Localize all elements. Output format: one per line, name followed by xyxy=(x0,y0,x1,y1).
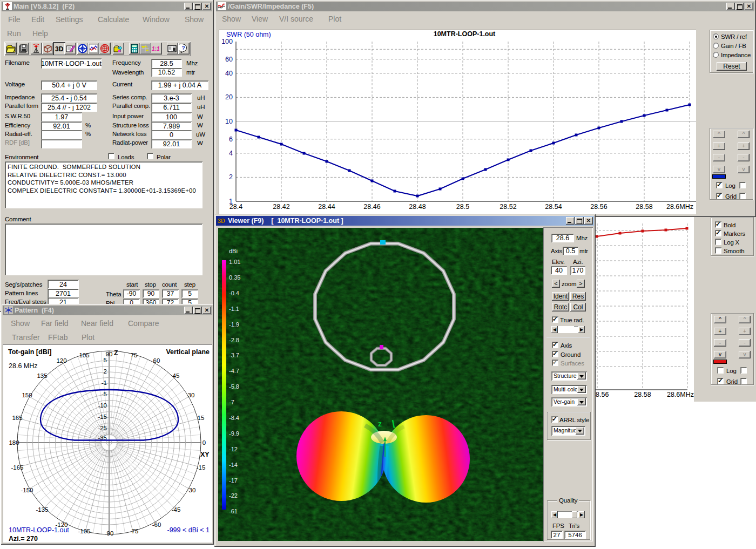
svg-text:3D: 3D xyxy=(218,218,225,224)
svg-text:z: z xyxy=(378,419,382,428)
svg-text:150: 150 xyxy=(22,392,32,398)
svg-text:28.6MHz: 28.6MHz xyxy=(667,391,694,398)
svg-text:8.56: 8.56 xyxy=(596,391,609,398)
svg-text:28.54: 28.54 xyxy=(545,203,562,211)
svg-text:-60: -60 xyxy=(152,521,161,528)
svg-text:28.6MHz: 28.6MHz xyxy=(666,203,693,211)
svg-text:-15: -15 xyxy=(98,414,107,420)
svg-text:28.58: 28.58 xyxy=(634,391,651,398)
svg-text:-0.4: -0.4 xyxy=(229,290,239,296)
svg-text:-9.9: -9.9 xyxy=(229,430,239,437)
svg-text:15: 15 xyxy=(198,415,205,421)
svg-text:28.42: 28.42 xyxy=(273,203,289,211)
svg-text:-135: -135 xyxy=(36,506,48,513)
svg-text:-165: -165 xyxy=(11,464,23,471)
svg-text:165: 165 xyxy=(12,415,22,421)
svg-text:28.4: 28.4 xyxy=(230,203,242,211)
svg-text:180: 180 xyxy=(9,439,19,446)
svg-text:Z: Z xyxy=(114,349,118,357)
svg-text:2: 2 xyxy=(229,173,233,181)
svg-text:-7: -7 xyxy=(229,399,234,405)
svg-text:-10: -10 xyxy=(98,402,107,409)
svg-text:30: 30 xyxy=(188,392,195,398)
svg-text:Vertical plane: Vertical plane xyxy=(166,348,210,356)
svg-text:-5: -5 xyxy=(102,391,107,397)
svg-text:60: 60 xyxy=(225,56,233,63)
svg-text:28.5: 28.5 xyxy=(456,203,469,211)
svg-text:2: 2 xyxy=(104,368,107,375)
svg-text:-1.9: -1.9 xyxy=(229,321,239,328)
svg-text:1:1: 1:1 xyxy=(152,46,160,52)
svg-text:-4.7: -4.7 xyxy=(229,368,239,374)
svg-text:4: 4 xyxy=(229,150,233,157)
svg-text:28.46: 28.46 xyxy=(363,203,380,211)
svg-text:-1: -1 xyxy=(102,379,107,386)
svg-text:0: 0 xyxy=(202,439,206,446)
svg-text:-150: -150 xyxy=(21,487,33,493)
svg-text:28.48: 28.48 xyxy=(409,203,426,211)
svg-text:-22: -22 xyxy=(229,492,238,499)
svg-text:135: 135 xyxy=(37,372,47,379)
svg-text:-25: -25 xyxy=(98,425,107,431)
svg-text:20: 20 xyxy=(225,93,233,101)
svg-text:Tot-gain [dBi]: Tot-gain [dBi] xyxy=(8,348,51,356)
svg-text:28.58: 28.58 xyxy=(636,203,652,211)
svg-text:45: 45 xyxy=(173,372,180,379)
svg-text:-17: -17 xyxy=(229,477,238,484)
svg-text:-1.1: -1.1 xyxy=(229,306,239,312)
svg-text:28.56: 28.56 xyxy=(590,203,607,211)
svg-text:105: 105 xyxy=(79,352,89,358)
svg-text:Azi.= 270: Azi.= 270 xyxy=(9,535,38,543)
svg-text:1.01: 1.01 xyxy=(229,259,240,265)
svg-text:dBi: dBi xyxy=(229,248,238,254)
svg-text:28.6 MHz: 28.6 MHz xyxy=(9,362,38,370)
svg-text:-15: -15 xyxy=(197,464,206,471)
svg-text:-5.8: -5.8 xyxy=(229,383,239,390)
svg-text:-45: -45 xyxy=(172,506,181,513)
svg-text:10MTR-LOOP-1.out: 10MTR-LOOP-1.out xyxy=(434,30,496,38)
svg-text:-999 < dBi < 1: -999 < dBi < 1 xyxy=(167,526,210,534)
svg-text:28.44: 28.44 xyxy=(318,203,335,211)
svg-text:XY: XY xyxy=(200,451,210,458)
svg-text:-61: -61 xyxy=(229,508,238,514)
svg-text:?: ? xyxy=(182,45,185,51)
svg-text:10: 10 xyxy=(225,118,233,125)
svg-text:-8.4: -8.4 xyxy=(229,415,239,421)
svg-text:3D: 3D xyxy=(55,45,64,53)
svg-text:-3.7: -3.7 xyxy=(229,352,239,358)
svg-text:-75: -75 xyxy=(130,528,139,534)
svg-text:0.35: 0.35 xyxy=(229,274,240,281)
svg-text:5: 5 xyxy=(104,357,107,363)
svg-text:-12: -12 xyxy=(229,446,238,452)
svg-text:120: 120 xyxy=(56,357,66,364)
svg-text:28.52: 28.52 xyxy=(500,203,516,211)
svg-text:SWR (50 ohm): SWR (50 ohm) xyxy=(226,31,271,38)
svg-text:-14: -14 xyxy=(229,462,238,468)
svg-text:60: 60 xyxy=(153,357,160,364)
svg-text:100: 100 xyxy=(221,38,233,45)
svg-text:-90: -90 xyxy=(105,530,114,537)
svg-text:-105: -105 xyxy=(78,528,90,534)
svg-text:6: 6 xyxy=(229,135,233,143)
svg-text:-30: -30 xyxy=(187,487,196,493)
svg-text:40: 40 xyxy=(225,70,233,77)
svg-text:-2.8: -2.8 xyxy=(229,337,239,343)
svg-text:10MTR-LOOP-1.out: 10MTR-LOOP-1.out xyxy=(9,526,69,534)
svg-text:75: 75 xyxy=(131,352,138,358)
